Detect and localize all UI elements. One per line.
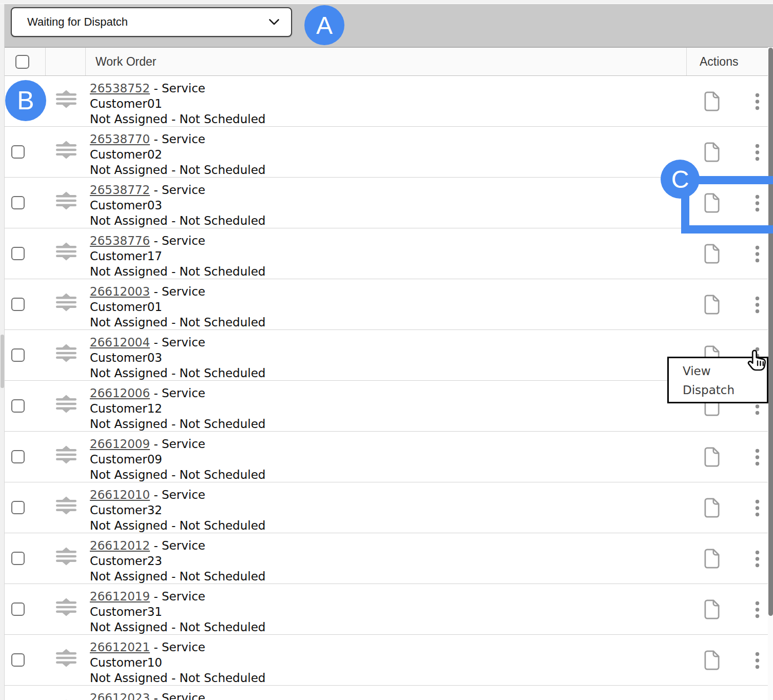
drag-handle-icon[interactable] [54,139,78,161]
row-checkbox[interactable] [11,348,25,362]
row-checkbox[interactable] [11,298,25,311]
drag-handle-icon[interactable] [54,495,78,516]
work-order-details: 26538752 - Service Customer01 Not Assign… [90,81,265,127]
document-icon[interactable] [704,91,720,111]
row-checkbox[interactable] [11,450,25,463]
work-order-link[interactable]: 26612003 [90,285,150,298]
document-icon[interactable] [704,498,720,518]
annotation-a-badge: A [304,5,344,45]
row-checkbox[interactable] [11,501,25,514]
annotation-c-badge: C [661,160,700,199]
kebab-menu-icon[interactable] [750,144,764,161]
drag-handle-icon[interactable] [54,444,78,465]
table-row: 26538776 - Service Customer17 Not Assign… [5,228,768,279]
left-scrollbar-track [0,4,5,700]
kebab-menu-icon[interactable] [750,449,764,466]
work-order-link[interactable]: 26612021 [90,640,150,654]
left-scrollbar-thumb[interactable] [1,335,4,388]
work-order-status: Not Assigned - Not Scheduled [90,670,265,686]
work-order-type: - Service [150,82,205,95]
work-order-details: 26612009 - Service Customer09 Not Assign… [90,436,265,482]
row-checkbox[interactable] [11,653,25,667]
drag-handle-icon[interactable] [54,291,78,313]
drag-handle-icon[interactable] [54,698,78,700]
document-icon[interactable] [704,447,720,467]
table-row: 26612004 - Service Customer03 Not Assign… [5,330,768,381]
document-icon[interactable] [704,244,720,264]
work-order-title: 26538776 - Service [90,233,265,248]
work-order-type: - Service [150,285,205,298]
drag-handle-icon[interactable] [54,647,78,669]
work-order-details: 26612006 - Service Customer12 Not Assign… [90,385,265,432]
document-icon[interactable] [704,599,720,619]
work-order-link[interactable]: 26612010 [90,488,150,501]
row-checkbox[interactable] [11,196,25,209]
right-scrollbar-thumb[interactable] [768,48,773,616]
row-checkbox[interactable] [11,145,25,159]
work-order-title: 26538770 - Service [90,131,265,147]
work-order-link[interactable]: 26612009 [90,437,150,451]
kebab-menu-icon[interactable] [750,296,764,314]
actions-column-header: Actions [700,48,738,75]
work-order-type: - Service [150,590,205,603]
status-filter-dropdown[interactable]: Waiting for Dispatch [11,7,292,37]
work-order-type: - Service [150,691,205,700]
menu-item-dispatch[interactable]: Dispatch [669,381,767,400]
table-row: 26538772 - Service Customer03 Not Assign… [5,178,768,228]
drag-handle-icon[interactable] [54,88,78,110]
menu-item-view[interactable]: View [669,362,767,381]
work-order-title: 26612019 - Service [90,589,265,604]
work-order-status: Not Assigned - Not Scheduled [90,619,265,635]
work-order-details: 26612023 - Service [90,690,205,700]
document-icon[interactable] [704,295,720,315]
column-divider [45,48,46,75]
work-order-link[interactable]: 26612006 [90,386,150,400]
work-order-link[interactable]: 26538770 [90,132,150,146]
drag-handle-icon[interactable] [54,190,78,211]
kebab-menu-icon[interactable] [750,550,764,568]
work-order-title: 26612006 - Service [90,385,265,401]
document-icon[interactable] [704,549,720,569]
select-all-checkbox[interactable] [15,55,29,69]
drag-handle-icon[interactable] [54,596,78,618]
table-row: 26612006 - Service Customer12 Not Assign… [5,381,768,432]
work-order-link[interactable]: 26612019 [90,590,150,603]
work-order-customer: Customer12 [90,401,265,416]
kebab-menu-icon[interactable] [750,499,764,517]
row-checkbox[interactable] [11,399,25,413]
work-order-title: 26538772 - Service [90,182,265,198]
work-order-link[interactable]: 26538752 [90,82,150,95]
table-row: 26612010 - Service Customer32 Not Assign… [5,482,768,533]
kebab-menu-icon[interactable] [750,601,764,618]
work-order-details: 26538776 - Service Customer17 Not Assign… [90,233,265,279]
work-order-link[interactable]: 26538772 [90,183,150,197]
table-row: 26612012 - Service Customer23 Not Assign… [5,533,768,584]
kebab-menu-icon[interactable] [750,93,764,110]
work-order-link[interactable]: 26612004 [90,336,150,349]
work-order-link[interactable]: 26538776 [90,234,150,247]
work-order-type: - Service [150,132,205,146]
table-row: 26612009 - Service Customer09 Not Assign… [5,432,768,482]
work-order-link[interactable]: 26612023 [90,691,150,700]
drag-handle-icon[interactable] [54,393,78,415]
row-checkbox[interactable] [11,552,25,565]
table-row: 26538752 - Service Customer01 Not Assign… [5,76,768,127]
work-order-title: 26538752 - Service [90,81,265,96]
work-order-link[interactable]: 26612012 [90,539,150,552]
document-icon[interactable] [704,650,720,670]
drag-handle-icon[interactable] [54,546,78,567]
work-order-type: - Service [150,183,205,197]
kebab-menu-icon[interactable] [750,652,764,669]
row-checkbox[interactable] [11,602,25,616]
drag-handle-icon[interactable] [54,342,78,364]
row-checkbox[interactable] [11,247,25,260]
work-order-list: 26538752 - Service Customer01 Not Assign… [5,76,768,700]
work-order-column-header: Work Order [95,48,156,75]
work-order-type: - Service [150,386,205,400]
document-icon[interactable] [704,142,720,162]
work-order-title: 26612009 - Service [90,436,265,452]
drag-handle-icon[interactable] [54,241,78,262]
kebab-menu-icon[interactable] [750,245,764,263]
work-order-title: 26612021 - Service [90,639,265,655]
work-order-type: - Service [150,336,205,349]
